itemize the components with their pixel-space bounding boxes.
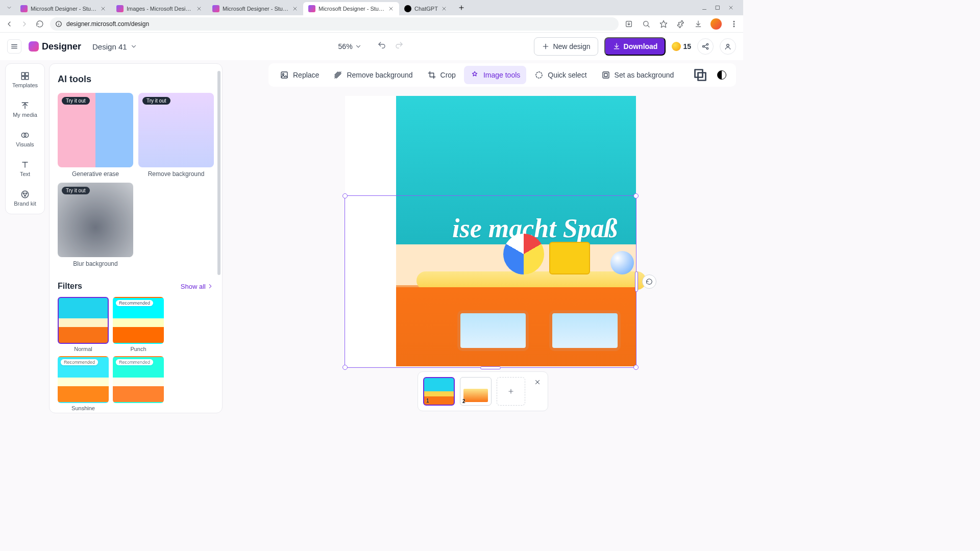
- browser-tab[interactable]: Microsoft Designer - Stunning: [15, 2, 111, 15]
- ctx-label: Quick select: [548, 71, 586, 79]
- app-header: Designer Design 41 56% New design Downlo…: [0, 33, 743, 60]
- close-icon[interactable]: [100, 6, 106, 12]
- redo-button[interactable]: [395, 41, 404, 52]
- filter-punch[interactable]: Recommended Punch: [113, 297, 164, 352]
- resize-handle[interactable]: [633, 193, 639, 198]
- minimize-button[interactable]: [701, 5, 707, 11]
- svg-line-39: [704, 45, 706, 46]
- install-app-icon[interactable]: [624, 19, 634, 29]
- nav-label: My media: [13, 112, 37, 118]
- favicon-icon: [404, 5, 411, 12]
- filter-label: Sunshine: [71, 405, 95, 411]
- ctx-label: Image tools: [483, 71, 520, 79]
- design-name-dropdown[interactable]: Design 41: [92, 42, 137, 51]
- download-icon: [612, 42, 621, 51]
- url-input[interactable]: designer.microsoft.com/design: [50, 17, 619, 31]
- svg-point-26: [733, 21, 734, 22]
- download-button[interactable]: Download: [604, 37, 666, 56]
- tab-title: Microsoft Designer - Stunning: [31, 6, 97, 12]
- filter-thumb: Recommended: [58, 356, 109, 403]
- layers-button[interactable]: [691, 66, 709, 84]
- ai-tool-blur-background[interactable]: Try it out Blur background: [58, 183, 133, 267]
- svg-marker-23: [660, 20, 667, 27]
- hamburger-menu[interactable]: [7, 39, 21, 54]
- chevron-down-icon: [355, 43, 362, 50]
- page-thumb-1[interactable]: 1: [423, 377, 455, 406]
- browser-tab-active[interactable]: Microsoft Designer - Stunning: [303, 2, 399, 15]
- rotate-handle[interactable]: [642, 274, 656, 289]
- site-info-icon[interactable]: [55, 20, 62, 28]
- share-button[interactable]: [697, 38, 714, 55]
- new-design-button[interactable]: New design: [534, 37, 598, 56]
- profile-avatar[interactable]: [710, 18, 722, 30]
- nav-text[interactable]: Text: [6, 158, 44, 179]
- close-tray-button[interactable]: [532, 377, 543, 387]
- account-button[interactable]: [720, 38, 736, 55]
- ai-tool-remove-background[interactable]: Try it out Remove background: [138, 93, 214, 178]
- reload-button[interactable]: [35, 19, 45, 29]
- new-tab-button[interactable]: [455, 2, 468, 14]
- svg-point-54: [26, 193, 27, 194]
- tab-search-dropdown[interactable]: [3, 5, 15, 11]
- maximize-button[interactable]: [715, 5, 721, 11]
- nav-visuals[interactable]: Visuals: [6, 128, 44, 149]
- zoom-dropdown[interactable]: 56%: [338, 42, 362, 51]
- close-icon[interactable]: [388, 6, 394, 12]
- contrast-button[interactable]: [713, 66, 731, 84]
- nav-templates[interactable]: Templates: [6, 69, 44, 90]
- resize-handle[interactable]: [633, 365, 639, 370]
- zoom-value: 56%: [338, 42, 353, 51]
- credits-badge[interactable]: 15: [672, 42, 691, 51]
- nav-label: Brand kit: [14, 201, 36, 207]
- bookmark-icon[interactable]: [658, 19, 669, 29]
- downloads-icon[interactable]: [693, 19, 703, 29]
- close-icon[interactable]: [441, 6, 447, 12]
- panel-scrollbar[interactable]: [217, 71, 220, 275]
- replace-button[interactable]: Replace: [274, 66, 325, 84]
- browser-tab[interactable]: Microsoft Designer - Stunning: [207, 2, 303, 15]
- remove-background-button[interactable]: Remove background: [327, 66, 419, 84]
- ai-tool-generative-erase[interactable]: Try it out Generative erase: [58, 93, 133, 178]
- page-thumb-2[interactable]: 2: [460, 377, 492, 406]
- filter-item[interactable]: Recommended: [113, 356, 164, 411]
- page-number: 2: [462, 398, 465, 404]
- nav-label: Text: [20, 171, 30, 177]
- set-as-background-button[interactable]: Set as background: [595, 66, 680, 84]
- nav-my-media[interactable]: My media: [6, 98, 44, 120]
- resize-handle[interactable]: [342, 365, 348, 370]
- filter-normal[interactable]: Normal: [58, 297, 109, 352]
- tab-title: Microsoft Designer - Stunning: [223, 6, 289, 12]
- browser-tab[interactable]: ChatGPT: [399, 2, 452, 15]
- logo-text: Designer: [42, 41, 81, 52]
- canvas-area: Replace Remove background Crop Image too…: [223, 60, 743, 416]
- undo-button[interactable]: [377, 41, 386, 52]
- resize-handle[interactable]: [635, 271, 638, 292]
- svg-point-49: [24, 133, 28, 137]
- browser-tab[interactable]: Images - Microsoft Designer: [111, 2, 207, 15]
- quick-select-button[interactable]: Quick select: [528, 66, 593, 84]
- resize-handle[interactable]: [480, 366, 501, 369]
- filter-sunshine[interactable]: Recommended Sunshine: [58, 356, 109, 411]
- canvas[interactable]: ise macht Spaß: [345, 96, 636, 366]
- app-logo[interactable]: Designer: [29, 41, 81, 52]
- tab-title: Images - Microsoft Designer: [127, 6, 193, 12]
- nav-brand-kit[interactable]: Brand kit: [6, 187, 44, 209]
- close-window-button[interactable]: [728, 5, 734, 11]
- forward-button[interactable]: [19, 19, 30, 29]
- close-icon[interactable]: [196, 6, 202, 12]
- crop-button[interactable]: Crop: [421, 66, 462, 84]
- recommended-badge: Recommended: [61, 359, 98, 365]
- selection-box[interactable]: [345, 195, 636, 368]
- extensions-icon[interactable]: [676, 19, 686, 29]
- resize-handle[interactable]: [342, 193, 348, 198]
- close-icon[interactable]: [292, 6, 298, 12]
- contrast-icon: [717, 70, 726, 80]
- filter-thumb: Recommended: [113, 297, 164, 344]
- logo-icon: [29, 41, 39, 52]
- zoom-icon[interactable]: [641, 19, 651, 29]
- browser-menu-icon[interactable]: [729, 19, 739, 29]
- back-button[interactable]: [4, 19, 14, 29]
- image-tools-button[interactable]: Image tools: [464, 66, 526, 84]
- show-all-button[interactable]: Show all: [181, 283, 214, 290]
- add-page-button[interactable]: [497, 377, 525, 406]
